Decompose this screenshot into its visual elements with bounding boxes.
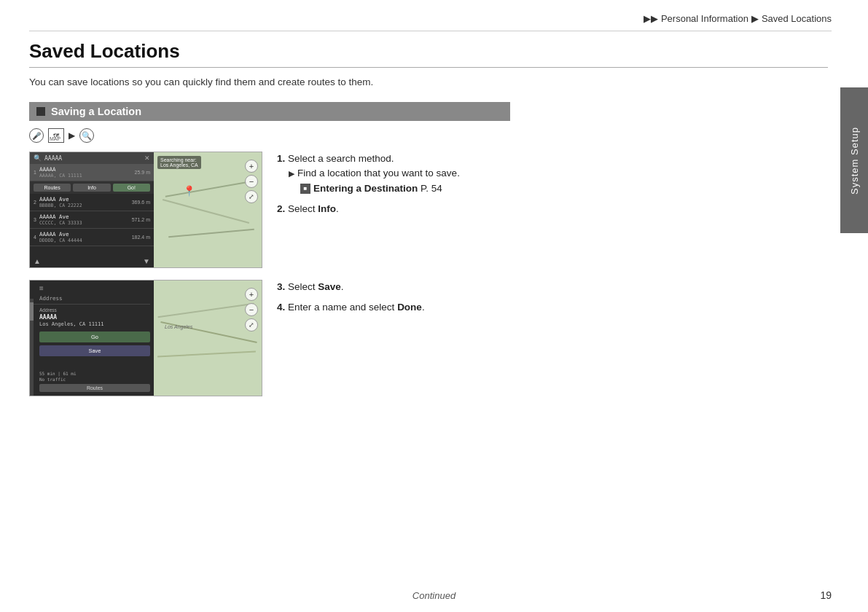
step-1-ref: ■ Entering a Destination P. 54	[300, 181, 828, 196]
step-3-num: 3.	[277, 281, 285, 292]
ss2-scrollbar	[30, 299, 34, 396]
ss1-list-item: 1 AAAAA AAAAA, CA 11111 25.9 m	[30, 164, 154, 181]
mic-icon: 🎤	[29, 128, 44, 143]
page-title: Saved Locations	[29, 40, 828, 63]
ss1-road3	[168, 229, 254, 238]
ref-book-icon: ■	[300, 184, 310, 194]
ss1-search-icon: 🔍	[34, 154, 42, 162]
breadcrumb-item1: Personal Information	[661, 13, 748, 24]
step-1-bullet-text: Find a location that you want to save.	[297, 166, 460, 181]
step-4-end: .	[422, 302, 425, 313]
step-4: 4. Enter a name and select Done.	[277, 300, 828, 315]
ss1-road1	[165, 181, 247, 197]
step-3-bold: Save	[318, 281, 341, 292]
step-2: 2. Select Info.	[277, 202, 828, 216]
breadcrumb: ▶▶ Personal Information ▶ Saved Location…	[644, 13, 832, 24]
step-1-text: Select a search method.	[288, 153, 394, 164]
instructions-3-4: 3. Select Save. 4. Enter a name and sele…	[277, 280, 828, 321]
section-header: Saving a Location	[29, 102, 510, 121]
main-content: Saved Locations You can save locations s…	[29, 40, 828, 590]
step-1-ref-text: Entering a Destination P. 54	[313, 181, 442, 196]
ss1-road2	[163, 199, 249, 224]
step-3-text: Select	[288, 281, 318, 292]
ss2-address-label: Address	[39, 307, 150, 313]
page-number: 19	[820, 589, 832, 601]
ss1-item-left: 1 AAAAA AAAAA, CA 11111	[34, 166, 82, 178]
sidebar-label: System Setup	[849, 127, 860, 195]
breadcrumb-item2: Saved Locations	[762, 13, 832, 24]
step-2-bold: Info	[318, 203, 336, 214]
ss1-list-item-2: 2 AAAAA Ave BBBBB, CA 22222 369.6 m	[30, 194, 154, 211]
ss2-map-controls: + − ⤢	[245, 288, 258, 332]
ss2-zoom-in-btn[interactable]: +	[245, 288, 258, 301]
ss2-address-city: Los Angeles, CA 11111	[39, 321, 150, 327]
ss2-zoom-out-btn[interactable]: −	[245, 303, 258, 316]
ss1-buttons: Routes Info Go!	[30, 181, 154, 194]
ss1-go-btn[interactable]: Go!	[113, 184, 150, 192]
ss2-time-info: 55 min | 61 mi	[39, 371, 150, 376]
ss1-info-btn[interactable]: Info	[73, 184, 110, 192]
step-2-num: 2.	[277, 203, 285, 214]
screenshot-1: 🔍 AAAAA ✕ 1 AAAAA AAAAA, CA 11111 25.9 m	[29, 152, 262, 268]
ss2-header-label: Address	[34, 295, 150, 305]
step-4-text: Enter a name and select	[288, 302, 397, 313]
ss1-map-controls: + − ⤢	[245, 160, 258, 203]
ss2-save-btn[interactable]: Save	[39, 345, 150, 356]
content-row-1: 🔍 AAAAA ✕ 1 AAAAA AAAAA, CA 11111 25.9 m	[29, 152, 828, 268]
map-icon: 🗺 MAP	[48, 128, 64, 143]
ss1-routes-btn[interactable]: Routes	[34, 184, 71, 192]
ss2-address-block: Address AAAAA Los Angeles, CA 11111 Go S…	[34, 307, 150, 361]
search-icon: 🔍	[79, 128, 94, 143]
ss2-map-panel: Los Angeles + − ⤢	[154, 280, 262, 396]
ss1-up-arrow: ▲	[34, 257, 41, 265]
ss2-address-name: AAAAA	[39, 314, 150, 321]
step-4-num: 4.	[277, 302, 285, 313]
instructions-1-2: 1. Select a search method. ▶ Find a loca…	[277, 152, 828, 222]
ss1-list-item-4: 4 AAAAA Ave DDDDD, CA 44444 182.4 m	[30, 229, 154, 246]
ss2-road3	[157, 350, 256, 357]
step-2-end: .	[336, 203, 339, 214]
ss1-down-arrow: ▼	[143, 257, 150, 265]
ss2-city-label: Los Angeles	[165, 324, 192, 329]
ss1-map-panel: Searching near:Los Angeles, CA 📍 + − ⤢	[154, 152, 262, 267]
ss2-menu-icon: ≡	[39, 284, 150, 292]
ss2-footer: 55 min | 61 mi No traffic Routes	[34, 371, 150, 392]
ss1-fullscreen-btn[interactable]: ⤢	[245, 190, 258, 203]
nav-icons-line: 🎤 🗺 MAP ▶ 🔍	[29, 128, 828, 143]
breadcrumb-arrows: ▶▶	[644, 13, 658, 24]
top-divider	[29, 31, 832, 31]
continued-text: Continued	[413, 590, 455, 601]
step-3-end: .	[341, 281, 344, 292]
step-1-bullet: ▶ Find a location that you want to save.	[289, 166, 828, 181]
ss1-list-item-3: 3 AAAAA Ave CCCCC, CA 33333 571.2 m	[30, 211, 154, 229]
ss1-map-overlay: Searching near:Los Angeles, CA	[157, 156, 201, 169]
nav-arrow-icon: ▶	[69, 130, 75, 141]
step-1-arrow-icon: ▶	[289, 168, 294, 180]
step-2-text: Select	[288, 203, 318, 214]
page-subtitle: You can save locations so you can quickl…	[29, 76, 828, 87]
step-3: 3. Select Save.	[277, 280, 828, 294]
ss1-zoom-in-btn[interactable]: +	[245, 160, 258, 173]
ss1-scroll-arrows: ▲ ▼	[30, 255, 154, 267]
title-divider	[29, 67, 828, 68]
screenshot-2: ≡ Address Address AAAAA Los Angeles, CA …	[29, 280, 262, 396]
ss1-search-bar: 🔍 AAAAA ✕	[30, 152, 154, 164]
ss2-fullscreen-btn[interactable]: ⤢	[245, 318, 258, 332]
ss2-road1	[158, 303, 254, 318]
ss1-pin-icon: 📍	[183, 185, 195, 197]
content-row-2: ≡ Address Address AAAAA Los Angeles, CA …	[29, 280, 828, 396]
ss1-search-text: AAAAA	[44, 155, 141, 162]
ss2-go-btn[interactable]: Go	[39, 332, 150, 342]
section-title: Saving a Location	[51, 106, 141, 117]
ss2-scrollbar-thumb	[30, 302, 34, 321]
ss2-traffic-info: No traffic	[39, 377, 150, 382]
step-4-bold: Done	[397, 302, 422, 313]
ss1-list-panel: 🔍 AAAAA ✕ 1 AAAAA AAAAA, CA 11111 25.9 m	[30, 152, 154, 267]
ss1-close-icon: ✕	[144, 154, 150, 162]
sidebar-tab: System Setup	[840, 87, 868, 233]
ss1-zoom-out-btn[interactable]: −	[245, 175, 258, 188]
step-1: 1. Select a search method. ▶ Find a loca…	[277, 152, 828, 196]
breadcrumb-arrow2: ▶	[751, 13, 759, 24]
ss2-routes-btn[interactable]: Routes	[39, 384, 150, 392]
section-square-icon	[36, 107, 45, 116]
